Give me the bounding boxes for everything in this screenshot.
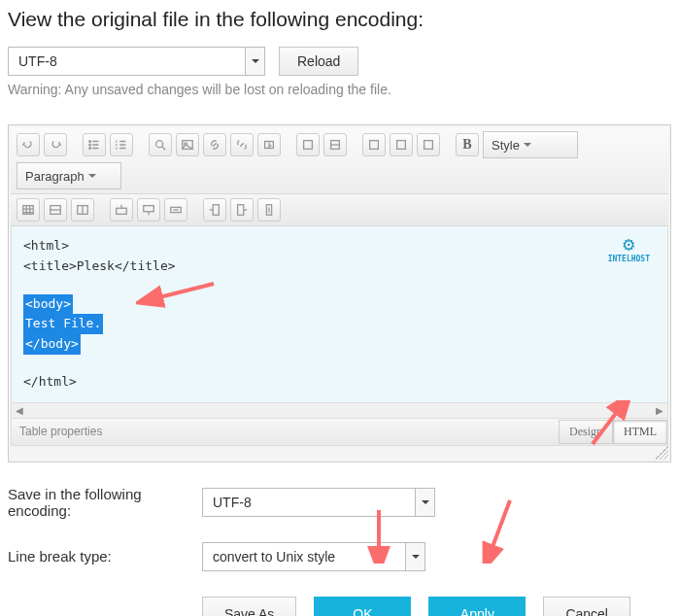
svg-rect-18 (213, 205, 219, 216)
scroll-left-icon[interactable]: ◀ (12, 405, 27, 416)
chevron-down-icon (85, 172, 100, 180)
table-col-icon[interactable] (71, 198, 94, 222)
code-line-1: <html> (23, 236, 656, 257)
apply-button[interactable]: Apply (428, 597, 526, 616)
svg-rect-7 (304, 141, 313, 150)
table-row-icon[interactable] (44, 198, 67, 222)
view-encoding-value: UTF-8 (9, 53, 245, 69)
table-insert-col-after-icon[interactable] (230, 198, 254, 222)
toolbar-btn-3-icon[interactable] (362, 133, 386, 156)
toolbar-btn-1-icon[interactable] (296, 133, 320, 156)
save-as-button[interactable]: Save As (202, 597, 296, 616)
tab-design[interactable]: Design (559, 420, 613, 444)
svg-rect-19 (238, 205, 244, 216)
action-buttons: Save As OK Apply Cancel (202, 597, 671, 616)
intelhost-logo: ⚙ INTELHOST (608, 234, 650, 266)
code-line-6: </html> (23, 372, 656, 393)
code-line-2: <title>Plesk</title> (23, 257, 656, 277)
line-break-label: Line break type: (8, 548, 202, 565)
save-encoding-select[interactable]: UTF-8 (202, 488, 435, 517)
dropdown-arrow-icon (415, 489, 434, 516)
save-encoding-row: Save in the following encoding: UTF-8 (8, 486, 671, 519)
view-encoding-row: UTF-8 Reload (8, 47, 671, 76)
bold-button[interactable]: B (456, 133, 479, 156)
save-encoding-value: UTF-8 (203, 495, 415, 510)
code-line-4-selected: Test File. (23, 314, 103, 334)
paragraph-dropdown[interactable]: Paragraph (17, 162, 121, 189)
image-icon[interactable] (176, 133, 199, 156)
scroll-right-icon[interactable]: ▶ (652, 405, 667, 416)
editor-toolbar-row-2 (11, 194, 668, 226)
ok-button[interactable]: OK (314, 597, 411, 616)
svg-rect-9 (370, 141, 379, 150)
line-break-value: convert to Unix style (203, 549, 405, 565)
toolbar-btn-2-icon[interactable] (323, 133, 347, 156)
save-encoding-label: Save in the following encoding: (8, 486, 202, 519)
gear-icon: ⚙ (608, 234, 650, 254)
toolbar-btn-5-icon[interactable] (417, 133, 440, 156)
dropdown-arrow-icon (405, 543, 424, 570)
dropdown-arrow-icon (245, 48, 264, 75)
line-break-row: Line break type: convert to Unix style (8, 542, 671, 571)
logo-text: INTELHOST (608, 254, 650, 266)
redo-icon[interactable] (44, 133, 67, 156)
svg-point-1 (89, 144, 91, 146)
reload-button[interactable]: Reload (279, 47, 358, 76)
svg-rect-10 (397, 141, 406, 150)
paragraph-dropdown-value: Paragraph (25, 169, 85, 184)
svg-rect-15 (117, 208, 127, 214)
horizontal-scrollbar[interactable]: ◀ ▶ (11, 403, 668, 419)
code-line-5-selected: </body> (23, 334, 81, 355)
style-dropdown[interactable]: Style (483, 131, 578, 158)
svg-point-3 (156, 141, 163, 148)
svg-point-2 (89, 148, 91, 150)
table-insert-row-before-icon[interactable] (110, 198, 133, 222)
chevron-down-icon (520, 141, 535, 149)
flash-icon[interactable] (257, 133, 281, 156)
svg-rect-11 (424, 141, 433, 150)
table-insert-col-before-icon[interactable] (203, 198, 226, 222)
editor-statusbar: Table properties Design HTML (11, 419, 668, 446)
svg-rect-16 (144, 206, 154, 212)
table-insert-row-after-icon[interactable] (137, 198, 160, 222)
cancel-button[interactable]: Cancel (543, 597, 630, 616)
link-icon[interactable] (203, 133, 226, 156)
table-icon[interactable] (17, 198, 40, 222)
unsaved-warning-text: Warning: Any unsaved changes will be los… (8, 82, 671, 97)
bullet-list-icon[interactable] (83, 133, 106, 156)
unlink-icon[interactable] (230, 133, 254, 156)
html-editor: B Style Paragraph ⚙ (8, 124, 671, 462)
numbered-list-icon[interactable] (110, 133, 133, 156)
editor-content[interactable]: ⚙ INTELHOST <html> <title>Plesk</title> … (11, 226, 668, 403)
style-dropdown-value: Style (492, 138, 520, 153)
view-encoding-select[interactable]: UTF-8 (8, 47, 265, 76)
editor-resize-grip[interactable] (11, 446, 668, 460)
toolbar-btn-4-icon[interactable] (390, 133, 413, 156)
table-delete-col-icon[interactable] (257, 198, 281, 222)
code-line-3-selected: <body> (23, 294, 73, 315)
undo-icon[interactable] (17, 133, 40, 156)
tab-html[interactable]: HTML (613, 420, 667, 444)
find-icon[interactable] (149, 133, 172, 156)
statusbar-context-label: Table properties (12, 425, 110, 438)
line-break-select[interactable]: convert to Unix style (202, 542, 425, 571)
page-title: View the original file in the following … (8, 8, 671, 31)
table-delete-row-icon[interactable] (164, 198, 187, 222)
svg-point-0 (89, 141, 91, 143)
editor-toolbar-row-1: B Style Paragraph (11, 127, 668, 194)
